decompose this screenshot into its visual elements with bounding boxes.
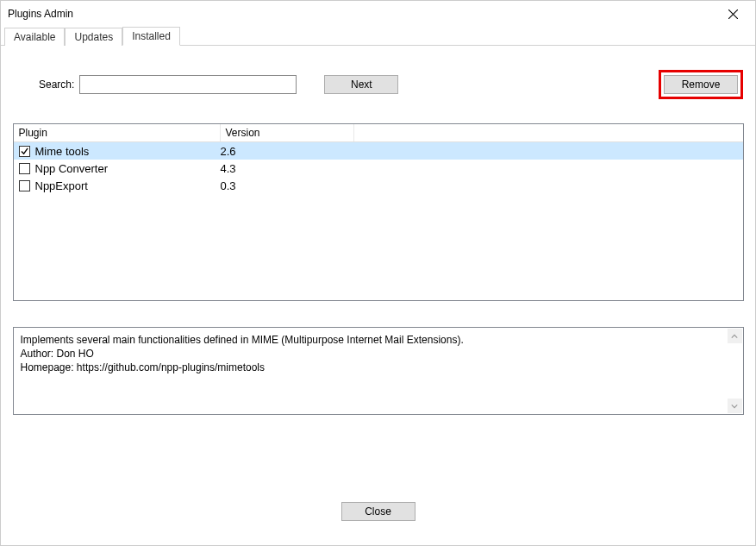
tab-installed[interactable]: Installed bbox=[122, 27, 180, 46]
footer: Close bbox=[1, 502, 755, 521]
plugin-version: 4.3 bbox=[221, 162, 236, 175]
plugin-name: NppExport bbox=[35, 179, 221, 192]
checkbox[interactable] bbox=[19, 163, 30, 174]
plugin-name: Mime tools bbox=[35, 145, 221, 158]
description-box: Implements several main functionalities … bbox=[13, 327, 744, 415]
checkbox[interactable] bbox=[19, 180, 30, 191]
plugin-version: 2.6 bbox=[221, 145, 236, 158]
close-button[interactable]: Close bbox=[341, 502, 415, 521]
column-plugin[interactable]: Plugin bbox=[14, 124, 221, 141]
tab-updates[interactable]: Updates bbox=[65, 28, 122, 46]
plugin-name: Npp Converter bbox=[35, 162, 221, 175]
search-row: Search: Next Remove bbox=[9, 70, 747, 99]
description-homepage: Homepage: https://github.com/npp-plugins… bbox=[21, 361, 724, 374]
tab-available[interactable]: Available bbox=[4, 28, 65, 46]
plugin-version: 0.3 bbox=[221, 179, 236, 192]
tabs: Available Updates Installed bbox=[1, 27, 755, 46]
description-line: Implements several main functionalities … bbox=[21, 333, 724, 347]
search-input[interactable] bbox=[79, 75, 297, 94]
list-item[interactable]: Npp Converter 4.3 bbox=[14, 160, 743, 177]
tab-content: Search: Next Remove Plugin Version Mime … bbox=[1, 46, 755, 424]
list-item[interactable]: Mime tools 2.6 bbox=[14, 142, 743, 160]
column-version[interactable]: Version bbox=[221, 124, 354, 141]
titlebar: Plugins Admin bbox=[1, 1, 755, 27]
remove-button[interactable]: Remove bbox=[664, 75, 738, 94]
list-header: Plugin Version bbox=[14, 124, 743, 142]
search-label: Search: bbox=[39, 78, 74, 91]
close-icon[interactable] bbox=[715, 2, 750, 26]
scroll-up-icon[interactable] bbox=[728, 329, 742, 343]
plugin-list: Plugin Version Mime tools 2.6 Npp Conver… bbox=[13, 123, 744, 301]
remove-highlight: Remove bbox=[659, 70, 743, 99]
next-button[interactable]: Next bbox=[324, 75, 398, 94]
scroll-down-icon[interactable] bbox=[728, 399, 742, 413]
list-body: Mime tools 2.6 Npp Converter 4.3 NppExpo… bbox=[14, 142, 743, 194]
checkbox[interactable] bbox=[19, 146, 30, 157]
window-title: Plugins Admin bbox=[8, 8, 73, 20]
description-author: Author: Don HO bbox=[21, 347, 724, 361]
list-item[interactable]: NppExport 0.3 bbox=[14, 177, 743, 194]
